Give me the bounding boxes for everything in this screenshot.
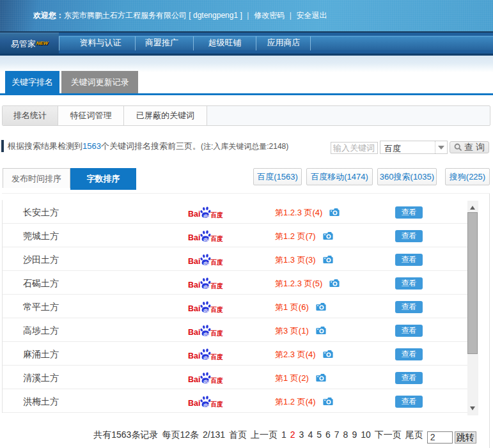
svg-text:du: du — [203, 213, 209, 218]
svg-text:du: du — [203, 284, 209, 289]
svg-text:百度: 百度 — [210, 212, 223, 219]
svg-text:百度: 百度 — [210, 401, 223, 408]
svg-text:du: du — [203, 237, 209, 242]
svg-text:Bai: Bai — [188, 375, 200, 384]
svg-text:du: du — [203, 308, 209, 313]
svg-text:Bai: Bai — [188, 281, 200, 290]
svg-text:du: du — [203, 261, 209, 265]
svg-text:Bai: Bai — [188, 399, 200, 408]
svg-text:百度: 百度 — [210, 282, 223, 290]
svg-text:Bai: Bai — [188, 351, 200, 360]
svg-text:Bai: Bai — [188, 304, 200, 313]
svg-text:百度: 百度 — [210, 377, 223, 384]
svg-text:百度: 百度 — [210, 330, 223, 337]
svg-text:du: du — [203, 403, 209, 407]
svg-text:Bai: Bai — [188, 328, 200, 337]
svg-text:du: du — [203, 332, 209, 336]
svg-text:du: du — [203, 355, 209, 360]
svg-text:百度: 百度 — [210, 306, 223, 313]
svg-text:du: du — [203, 379, 209, 383]
svg-text:百度: 百度 — [210, 259, 223, 266]
svg-text:Bai: Bai — [188, 257, 200, 266]
svg-text:Bai: Bai — [188, 210, 200, 219]
svg-text:百度: 百度 — [210, 353, 223, 360]
svg-text:Bai: Bai — [188, 233, 200, 242]
svg-text:百度: 百度 — [210, 235, 223, 242]
